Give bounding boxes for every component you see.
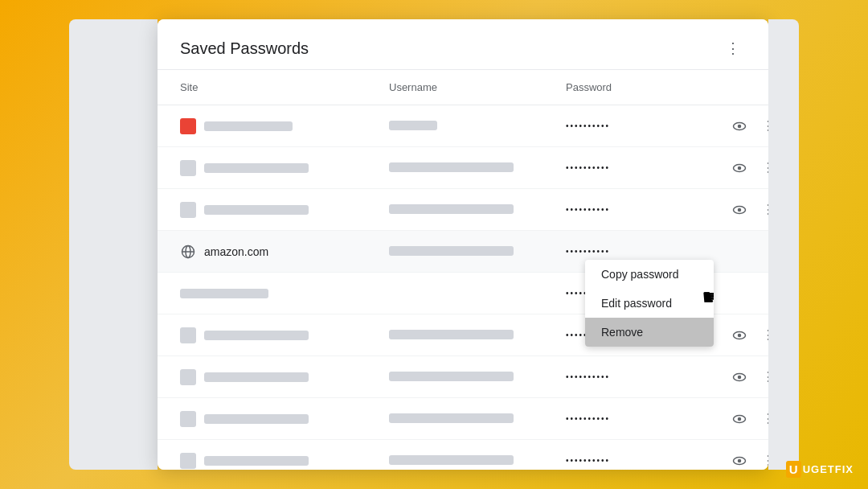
table-row: •••••••••• ⋮ bbox=[158, 356, 768, 398]
show-password-button[interactable] bbox=[727, 406, 752, 432]
site-name-blurred bbox=[204, 331, 309, 340]
site-favicon bbox=[180, 411, 196, 427]
context-menu: Copy password Edit password Remove ☛ bbox=[585, 260, 714, 347]
watermark-u: U bbox=[786, 461, 801, 478]
site-cell bbox=[180, 118, 389, 134]
password-cell: •••••••••• bbox=[566, 205, 727, 214]
show-password-button[interactable] bbox=[727, 113, 752, 139]
site-cell bbox=[180, 453, 389, 469]
username-cell bbox=[389, 370, 566, 384]
svg-point-12 bbox=[738, 375, 742, 379]
site-name-blurred bbox=[180, 289, 268, 298]
site-name-blurred bbox=[204, 414, 309, 424]
show-password-button[interactable] bbox=[727, 155, 752, 181]
row-more-button[interactable]: ⋮ bbox=[755, 406, 768, 432]
username-blurred bbox=[389, 121, 437, 130]
row-more-button[interactable]: ⋮ bbox=[755, 197, 768, 223]
username-cell bbox=[389, 454, 566, 468]
password-cell: •••••••••• bbox=[566, 121, 727, 130]
row-more-button[interactable]: ⋮ bbox=[755, 323, 768, 348]
row-actions: ⋮ bbox=[727, 406, 768, 432]
site-favicon bbox=[180, 160, 196, 176]
col-site: Site bbox=[180, 76, 389, 98]
username-cell bbox=[389, 412, 566, 426]
site-cell: amazon.com bbox=[180, 244, 389, 260]
site-favicon bbox=[180, 202, 196, 218]
row-actions: ⋮ bbox=[727, 364, 768, 390]
row-more-button[interactable]: ⋮ bbox=[755, 155, 768, 181]
site-cell bbox=[180, 369, 389, 385]
remove-menu-item[interactable]: Remove bbox=[585, 318, 714, 347]
svg-point-16 bbox=[738, 458, 742, 462]
right-sidebar bbox=[768, 19, 799, 470]
username-cell bbox=[389, 244, 566, 259]
header-more-button[interactable]: ⋮ bbox=[720, 35, 746, 61]
site-cell bbox=[180, 327, 389, 343]
table-row: •••••••••• ⋮ bbox=[158, 440, 768, 470]
passwords-table: •••••••••• ⋮ bbox=[158, 105, 768, 470]
site-cell bbox=[180, 160, 389, 176]
site-favicon-globe bbox=[180, 244, 196, 260]
copy-password-menu-item[interactable]: Copy password bbox=[585, 260, 714, 289]
table-header: Site Username Password bbox=[158, 70, 768, 105]
site-name-blurred bbox=[204, 372, 309, 382]
site-name-blurred bbox=[204, 456, 309, 466]
left-sidebar bbox=[69, 19, 158, 470]
password-cell: •••••••••• bbox=[566, 247, 727, 256]
username-blurred bbox=[389, 204, 514, 214]
watermark: U UGETFIX bbox=[786, 461, 854, 478]
site-cell bbox=[180, 289, 389, 298]
row-actions: ⋮ bbox=[727, 197, 768, 223]
username-cell bbox=[389, 119, 566, 134]
password-cell: •••••••••• bbox=[566, 414, 727, 423]
username-blurred bbox=[389, 162, 514, 172]
svg-point-1 bbox=[738, 124, 742, 128]
username-blurred bbox=[389, 455, 514, 465]
watermark-text: UGETFIX bbox=[803, 463, 854, 475]
password-cell: •••••••••• bbox=[566, 456, 727, 465]
table-row: •••••••••• ⋮ bbox=[158, 105, 768, 147]
show-password-button[interactable] bbox=[727, 364, 752, 390]
row-actions: ⋮ bbox=[727, 155, 768, 181]
site-cell bbox=[180, 411, 389, 427]
svg-point-5 bbox=[738, 208, 742, 212]
col-username: Username bbox=[389, 76, 566, 98]
table-row: •••••••••• ⋮ bbox=[158, 398, 768, 440]
show-password-button[interactable] bbox=[727, 323, 752, 348]
site-favicon bbox=[180, 118, 196, 134]
site-name-blurred bbox=[204, 121, 293, 131]
table-row-amazon: amazon.com •••••••••• Copy password Edit… bbox=[158, 231, 768, 273]
username-cell bbox=[389, 328, 566, 343]
username-cell bbox=[389, 203, 566, 217]
username-blurred bbox=[389, 413, 514, 423]
table-row: •••••••••• ⋮ bbox=[158, 147, 768, 189]
site-favicon bbox=[180, 327, 196, 343]
row-more-button[interactable]: ⋮ bbox=[755, 448, 768, 471]
col-password: Password bbox=[566, 76, 727, 98]
row-more-button[interactable]: ⋮ bbox=[755, 113, 768, 139]
username-cell bbox=[389, 161, 566, 175]
row-actions: ⋮ bbox=[727, 323, 768, 348]
username-blurred bbox=[389, 372, 514, 381]
page-title: Saved Passwords bbox=[180, 39, 309, 58]
svg-point-10 bbox=[738, 333, 742, 337]
table-row: •••••••••• ⋮ bbox=[158, 189, 768, 231]
site-favicon bbox=[180, 369, 196, 385]
edit-password-menu-item[interactable]: Edit password bbox=[585, 289, 714, 318]
row-actions: ⋮ bbox=[727, 113, 768, 139]
col-actions bbox=[727, 76, 746, 98]
site-name: amazon.com bbox=[204, 245, 268, 258]
site-cell bbox=[180, 202, 389, 218]
username-blurred bbox=[389, 330, 514, 339]
row-more-button[interactable]: ⋮ bbox=[755, 364, 768, 390]
show-password-button[interactable] bbox=[727, 448, 752, 471]
username-blurred bbox=[389, 246, 514, 256]
row-actions: ⋮ bbox=[727, 448, 768, 471]
passwords-panel: Saved Passwords ⋮ Site Username Password bbox=[158, 19, 768, 470]
show-password-button[interactable] bbox=[727, 197, 752, 223]
site-name-blurred bbox=[204, 205, 309, 215]
password-cell: •••••••••• bbox=[566, 372, 727, 381]
svg-point-3 bbox=[738, 166, 742, 170]
site-name-blurred bbox=[204, 163, 309, 173]
site-favicon bbox=[180, 453, 196, 469]
